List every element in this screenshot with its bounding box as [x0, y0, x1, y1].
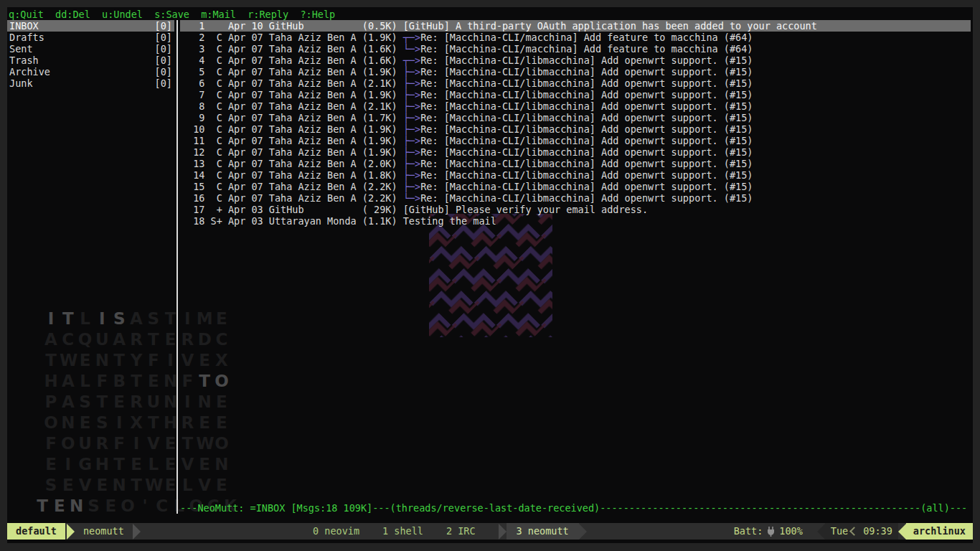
word-clock-row: ITLISASTIME — [33, 308, 240, 329]
tmux-window[interactable]: 1 shell — [382, 523, 423, 540]
mail-list-row[interactable]: 15 C Apr 07 Taha Aziz Ben A (2.2K) ├─>Re… — [180, 181, 971, 192]
tmux-session-name: default — [7, 523, 65, 540]
tmux-window[interactable]: 0 neovim — [313, 523, 359, 540]
thread-tree-icon: ├─> — [403, 77, 420, 89]
thread-tree-icon: ├─> — [403, 123, 420, 135]
mail-subject: Re: [Macchina-CLI/libmacchina] Add openw… — [420, 123, 753, 135]
mail-list-row[interactable]: 4 C Apr 07 Taha Aziz Ben A (1.6K) ┬─>Re:… — [180, 55, 971, 66]
mail-list-row[interactable]: 1 Apr 10 GitHub (0.5K) [GitHub] A third-… — [180, 20, 971, 32]
mail-row-meta: 2 C Apr 07 Taha Aziz Ben A (1.9K) — [187, 32, 403, 43]
tmux-status-bar: default neomutt 0 neovim1 shell2 IRC3 ne… — [7, 523, 973, 540]
sidebar-mailbox-inbox[interactable]: INBOX[0] — [7, 20, 174, 32]
tmux-window-active[interactable]: 3 neomutt — [499, 523, 587, 540]
mail-row-meta: 7 C Apr 07 Taha Aziz Ben A (1.9K) — [187, 89, 403, 100]
mail-row-meta: 8 C Apr 07 Taha Aziz Ben A (2.1K) — [187, 100, 403, 112]
sidebar-mailbox-archive[interactable]: Archive[0] — [7, 66, 174, 77]
mail-list-row[interactable]: 11 C Apr 07 Taha Aziz Ben A (1.9K) ├─>Re… — [180, 135, 971, 146]
mail-row-meta: 10 C Apr 07 Taha Aziz Ben A (1.9K) — [187, 123, 403, 135]
thread-tree-icon: ├─> — [403, 146, 420, 158]
mail-subject: Re: [Macchina-CLI/libmacchina] Add openw… — [420, 100, 753, 112]
mail-list-row[interactable]: 10 C Apr 07 Taha Aziz Ben A (1.9K) ├─>Re… — [180, 123, 971, 135]
mail-subject: [GitHub] Please verify your email addres… — [403, 204, 648, 215]
mail-subject: Re: [Macchina-CLI/libmacchina] Add openw… — [420, 181, 753, 192]
sidebar-mailbox-junk[interactable]: Junk[0] — [7, 77, 174, 89]
mail-subject: Testing the mail — [403, 215, 496, 227]
neomutt-help-bar: q:Quit dd:Del u:Undel s:Save m:Mail r:Re… — [9, 9, 335, 20]
mail-row-meta: 1 Apr 10 GitHub (0.5K) — [187, 20, 403, 32]
mail-list-row[interactable]: 9 C Apr 07 Taha Aziz Ben A (1.7K) ├─>Re:… — [180, 112, 971, 123]
mailbox-name: Sent — [9, 43, 33, 55]
mailbox-name: Archive — [9, 66, 50, 77]
battery-percentage: 100% — [779, 523, 803, 540]
mailbox-count: [0] — [155, 77, 172, 89]
mail-row-meta: 14 C Apr 07 Taha Aziz Ben A (1.8K) — [187, 169, 403, 181]
mail-list-row[interactable]: 17 + Apr 03 GitHub ( 29K) [GitHub] Pleas… — [180, 204, 971, 215]
mail-row-meta: 17 + Apr 03 GitHub ( 29K) — [187, 204, 403, 215]
mailbox-count: [0] — [155, 20, 172, 32]
mail-list-row[interactable]: 2 C Apr 07 Taha Aziz Ben A (1.9K) ┬─>Re:… — [180, 32, 971, 43]
mail-list-row[interactable]: 3 C Apr 07 Taha Aziz Ben A (1.6K) └─>Re:… — [180, 43, 971, 55]
mailbox-name: INBOX — [9, 20, 39, 32]
thread-tree-icon: ┬─> — [403, 55, 420, 66]
sidebar-mailbox-drafts[interactable]: Drafts[0] — [7, 32, 174, 43]
word-clock-row: ACQUARTERDC — [33, 329, 240, 349]
powerline-arrow-icon — [133, 524, 141, 540]
tmux-clock: Tue 09:39 — [825, 523, 898, 540]
mail-subject: Re: [Macchina-CLI/libmacchina] Add openw… — [420, 192, 753, 204]
mail-list-row[interactable]: 8 C Apr 07 Taha Aziz Ben A (2.1K) ├─>Re:… — [180, 100, 971, 112]
mail-list-row[interactable]: 7 C Apr 07 Taha Aziz Ben A (1.9K) ├─>Re:… — [180, 89, 971, 100]
word-clock-row: FOURFIVETWO — [33, 433, 240, 453]
mail-list-row[interactable]: 12 C Apr 07 Taha Aziz Ben A (1.9K) ├─>Re… — [180, 146, 971, 158]
tmux-right-section: Batt: 100% Tue 09:39 archlinux — [734, 523, 973, 540]
thread-tree-icon: ┬─> — [403, 32, 420, 43]
tmux-window[interactable]: 2 IRC — [446, 523, 476, 540]
thread-tree-icon: ├─> — [403, 181, 420, 192]
thread-tree-icon: ├─> — [403, 135, 420, 146]
mail-list-row[interactable]: 16 C Apr 07 Taha Aziz Ben A (2.2K) └─>Re… — [180, 192, 971, 204]
terminal-window[interactable]: ITLISASTIMEACQUARTERDCTWENTYFIVEXHALFBTE… — [7, 7, 973, 543]
chevron-left-icon — [849, 527, 859, 536]
day-of-week: Tue — [831, 523, 848, 540]
word-clock-row: PASTERUNINE — [33, 391, 240, 412]
thread-tree-icon: └─> — [403, 192, 420, 204]
mail-subject: Re: [Macchina-CLI/libmacchina] Add openw… — [420, 112, 753, 123]
mail-list-row[interactable]: 5 C Apr 07 Taha Aziz Ben A (1.9K) ├─>Re:… — [180, 66, 971, 77]
mail-list-row[interactable]: 6 C Apr 07 Taha Aziz Ben A (2.1K) ├─>Re:… — [180, 77, 971, 89]
mail-subject: Re: [Macchina-CLI/libmacchina] Add openw… — [420, 89, 753, 100]
mail-subject: Re: [Macchina-CLI/macchina] Add feature … — [420, 43, 753, 55]
mail-row-meta: 13 C Apr 07 Taha Aziz Ben A (2.0K) — [187, 158, 403, 169]
sidebar-mailbox-sent[interactable]: Sent[0] — [7, 43, 174, 55]
mailbox-count: [0] — [155, 55, 172, 66]
sidebar-mailbox-trash[interactable]: Trash[0] — [7, 55, 174, 66]
sidebar-divider — [176, 20, 178, 514]
mail-row-meta: 9 C Apr 07 Taha Aziz Ben A (1.7K) — [187, 112, 403, 123]
mail-subject: Re: [Macchina-CLI/macchina] Add feature … — [420, 32, 753, 43]
mail-list-row[interactable]: 13 C Apr 07 Taha Aziz Ben A (2.0K) ├─>Re… — [180, 158, 971, 169]
mailbox-name: Junk — [9, 77, 33, 89]
wallpaper-word-clock: ITLISASTIMEACQUARTERDCTWENTYFIVEXHALFBTE… — [33, 308, 240, 516]
thread-tree-icon: ├─> — [403, 89, 420, 100]
powerline-arrow-icon — [898, 524, 906, 540]
wallpaper-maze-pattern — [429, 214, 552, 337]
word-clock-row: TWENTYFIVEX — [33, 349, 240, 370]
tmux-pane-title: neomutt — [75, 523, 133, 540]
mail-row-meta: 15 C Apr 07 Taha Aziz Ben A (2.2K) — [187, 181, 403, 192]
mail-subject: Re: [Macchina-CLI/libmacchina] Add openw… — [420, 169, 753, 181]
word-clock-row: ONESIXTHREE — [33, 412, 240, 433]
mail-row-meta: 11 C Apr 07 Taha Aziz Ben A (1.9K) — [187, 135, 403, 146]
mail-row-meta: 6 C Apr 07 Taha Aziz Ben A (2.1K) — [187, 77, 403, 89]
mail-subject: [GitHub] A third-party OAuth application… — [403, 20, 817, 32]
mail-subject: Re: [Macchina-CLI/libmacchina] Add openw… — [420, 66, 753, 77]
mail-subject: Re: [Macchina-CLI/libmacchina] Add openw… — [420, 146, 753, 158]
battery-label: Batt: — [734, 523, 763, 540]
desktop: ITLISASTIMEACQUARTERDCTWENTYFIVEXHALFBTE… — [0, 0, 980, 551]
neomutt-status-bar: ---NeoMutt: =INBOX [Msgs:18 109K]---(thr… — [180, 502, 967, 514]
mail-list-row[interactable]: 18 S+ Apr 03 Uttarayan Monda (1.1K) Test… — [180, 215, 971, 227]
mail-list-row[interactable]: 14 C Apr 07 Taha Aziz Ben A (1.8K) ├─>Re… — [180, 169, 971, 181]
thread-tree-icon: ├─> — [403, 158, 420, 169]
mail-subject: Re: [Macchina-CLI/libmacchina] Add openw… — [420, 135, 753, 146]
battery-plug-icon — [767, 527, 775, 537]
hostname-badge: archlinux — [906, 523, 973, 540]
powerline-arrow-icon — [67, 524, 75, 540]
mailbox-name: Trash — [9, 55, 39, 66]
